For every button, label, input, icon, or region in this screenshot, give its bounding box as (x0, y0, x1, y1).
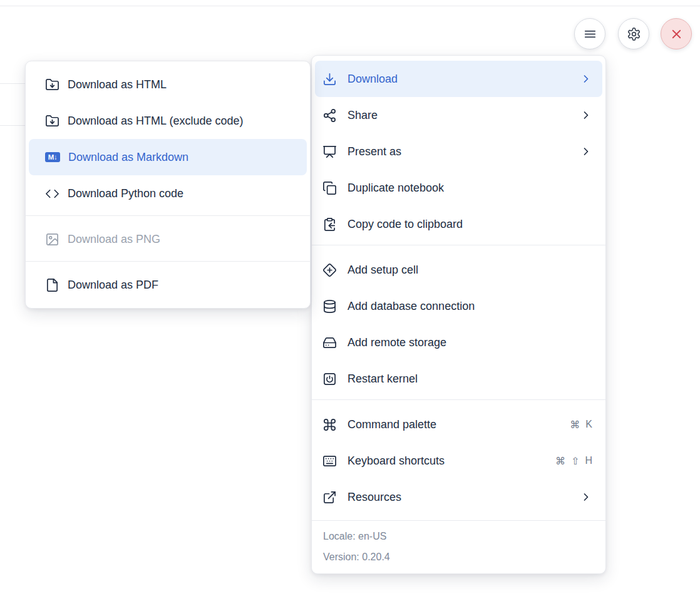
menu-item-label: Download (347, 73, 398, 86)
menu-item-label: Present as (347, 145, 401, 158)
file-icon (45, 278, 59, 292)
menu-item-resources[interactable]: Resources (315, 479, 602, 515)
menu-item-label: Download as PDF (68, 279, 158, 292)
locale-text: Locale: en-US (323, 526, 594, 547)
menu-item-label: Add setup cell (347, 264, 418, 277)
keyboard-icon (322, 454, 337, 468)
folder-download-icon (45, 78, 59, 92)
shortcut-keys: ⌘ ⇧ H (555, 455, 592, 467)
shortcut-key: ⇧ (571, 455, 579, 467)
menu-item-label: Command palette (347, 418, 436, 431)
menu-item-label: Download as HTML (exclude code) (68, 115, 243, 128)
submenu-item-download-pdf[interactable]: Download as PDF (29, 267, 307, 303)
submenu-item-download-markdown[interactable]: M↓ Download as Markdown (29, 139, 307, 175)
menu-item-present-as[interactable]: Present as (315, 133, 602, 170)
command-icon (322, 418, 337, 432)
menu-item-duplicate-notebook[interactable]: Duplicate notebook (315, 170, 602, 206)
settings-button[interactable] (618, 18, 649, 49)
shortcut-key: ⌘ (555, 455, 565, 467)
database-icon (322, 299, 337, 314)
menu-item-label: Add remote storage (347, 336, 446, 349)
gear-icon (627, 27, 641, 41)
menu-item-label: Duplicate notebook (347, 182, 444, 195)
x-icon (669, 27, 684, 41)
menu-item-share[interactable]: Share (315, 97, 602, 133)
folder-download-icon (45, 114, 59, 128)
menu-item-add-setup-cell[interactable]: Add setup cell (315, 252, 602, 288)
submenu-item-download-html-exclude-code[interactable]: Download as HTML (exclude code) (29, 103, 307, 139)
hamburger-icon (583, 27, 597, 41)
menu-footer: Locale: en-US Version: 0.20.4 (312, 520, 605, 573)
background-cell-divider (0, 125, 26, 126)
external-link-icon (322, 490, 337, 505)
menu-item-command-palette[interactable]: Command palette ⌘ K (315, 406, 602, 443)
chevron-right-icon (580, 145, 592, 158)
submenu-item-download-png: Download as PNG (29, 221, 307, 257)
hard-drive-icon (322, 336, 337, 350)
shortcut-keys: ⌘ K (570, 419, 592, 431)
markdown-icon: M↓ (45, 152, 60, 162)
download-submenu: Download as HTML Download as HTML (exclu… (25, 61, 311, 309)
menu-item-label: Download as Markdown (68, 151, 188, 164)
menu-item-label: Download as PNG (68, 233, 160, 246)
menu-separator (312, 399, 605, 400)
chevron-right-icon (580, 491, 592, 503)
power-icon (322, 372, 337, 386)
duplicate-icon (322, 181, 337, 195)
menu-item-copy-code[interactable]: Copy code to clipboard (315, 206, 602, 242)
share-icon (322, 108, 337, 123)
menu-item-restart-kernel[interactable]: Restart kernel (315, 361, 602, 397)
version-text: Version: 0.20.4 (323, 547, 594, 567)
menu-item-label: Keyboard shortcuts (347, 454, 445, 468)
menu-separator (312, 245, 605, 245)
menu-item-download[interactable]: Download (315, 61, 602, 97)
background-cell-divider (0, 83, 26, 84)
close-button[interactable] (661, 18, 692, 49)
code-icon (45, 187, 59, 201)
submenu-item-download-html[interactable]: Download as HTML (29, 66, 307, 103)
download-icon (322, 72, 337, 86)
notebook-menu-button[interactable] (574, 18, 605, 49)
page: { "colors": { "accent_blue": "#3465cd", … (0, 0, 700, 616)
menu-separator (26, 215, 310, 216)
menu-item-label: Restart kernel (347, 372, 418, 386)
image-icon (45, 232, 59, 247)
diamond-plus-icon (322, 263, 337, 277)
menu-item-label: Download Python code (68, 187, 183, 200)
menu-item-label: Download as HTML (68, 78, 167, 91)
menu-item-add-remote-storage[interactable]: Add remote storage (315, 324, 602, 361)
shortcut-key: ⌘ (570, 419, 580, 431)
menu-item-label: Copy code to clipboard (347, 218, 463, 231)
chevron-right-icon (580, 109, 592, 121)
menu-separator (26, 261, 310, 262)
page-top-divider (0, 6, 700, 6)
menu-item-label: Resources (347, 491, 401, 504)
submenu-item-download-python-code[interactable]: Download Python code (29, 175, 307, 212)
menu-item-label: Add database connection (347, 300, 475, 313)
shortcut-key: H (585, 455, 592, 467)
presentation-icon (322, 145, 337, 159)
menu-item-add-database-connection[interactable]: Add database connection (315, 288, 602, 324)
notebook-menu: Download Share Present as (311, 55, 606, 574)
menu-item-label: Share (347, 109, 378, 122)
shortcut-key: K (585, 419, 592, 431)
menu-item-keyboard-shortcuts[interactable]: Keyboard shortcuts ⌘ ⇧ H (315, 443, 602, 479)
chevron-right-icon (580, 73, 592, 85)
clipboard-copy-icon (322, 217, 337, 232)
